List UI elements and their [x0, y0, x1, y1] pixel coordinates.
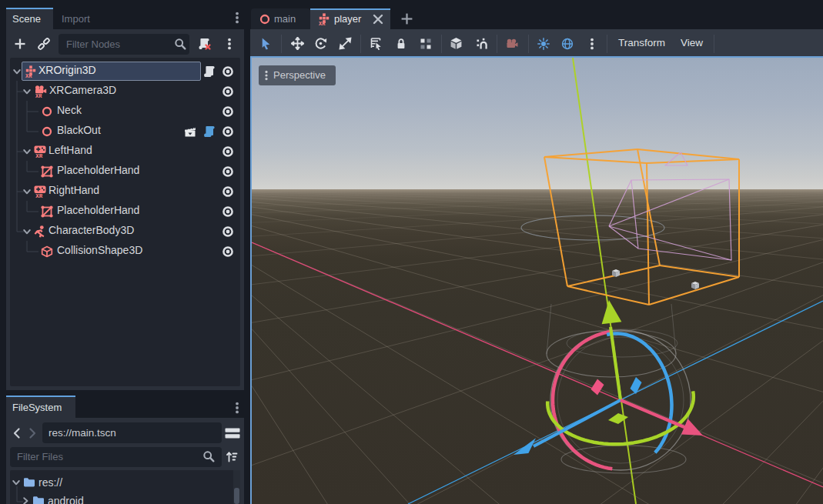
svg-text:XR: XR — [319, 21, 326, 25]
svg-text:XR: XR — [35, 93, 42, 98]
svg-text:XR: XR — [35, 193, 43, 198]
svg-text:XR: XR — [25, 73, 32, 78]
svg-text:XR: XR — [35, 153, 43, 158]
